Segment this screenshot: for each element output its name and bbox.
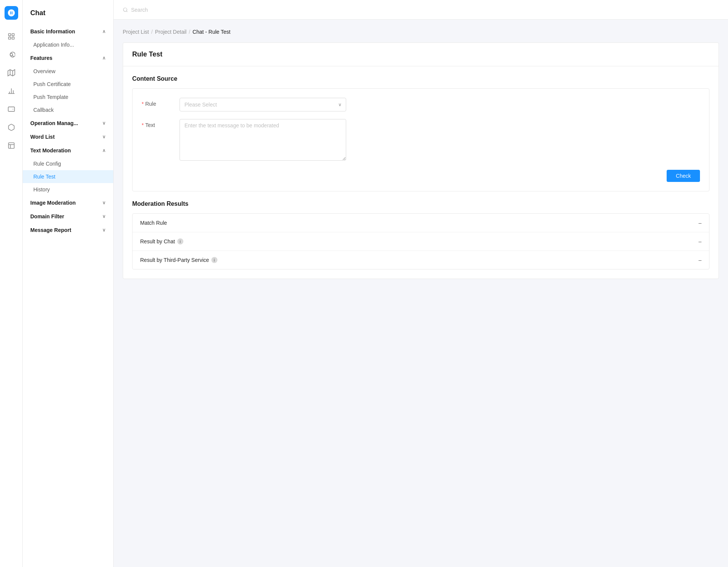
page-card-body: Content Source * Rule Please Select — [123, 66, 719, 279]
sidebar-item-rule-test[interactable]: Rule Test — [23, 170, 113, 183]
nav-chart-icon[interactable] — [4, 83, 19, 99]
svg-rect-12 — [8, 107, 14, 111]
rule-select-wrapper: Please Select — [180, 98, 346, 111]
form-actions: Check — [142, 170, 700, 182]
breadcrumb-separator-1: / — [151, 29, 153, 35]
form-card: * Rule Please Select — [132, 88, 709, 191]
result-third-party-label: Result by Third-Party Service i — [140, 257, 698, 263]
results-table: Match Rule – Result by Chat i – — [132, 213, 709, 269]
nav-at-icon[interactable] — [4, 47, 19, 62]
result-chat-value: – — [698, 238, 701, 244]
text-label: * Text — [142, 119, 172, 128]
sidebar-section-wordlist[interactable]: Word List ∨ — [23, 130, 113, 144]
svg-line-17 — [127, 11, 128, 12]
breadcrumb: Project List / Project Detail / Chat - R… — [123, 29, 719, 35]
sidebar-section-domain-filter[interactable]: Domain Filter ∨ — [23, 210, 113, 223]
svg-rect-1 — [12, 34, 14, 36]
sidebar-item-callback[interactable]: Callback — [23, 103, 113, 116]
svg-rect-3 — [12, 37, 14, 39]
sidebar-item-push-template[interactable]: Push Template — [23, 91, 113, 103]
chevron-down-icon-image-mod: ∨ — [102, 200, 106, 205]
top-bar: Search — [114, 0, 728, 20]
sidebar-section-text-mod[interactable]: Text Moderation ∧ — [23, 144, 113, 157]
nav-map-icon[interactable] — [4, 65, 19, 80]
nav-box-icon[interactable] — [4, 120, 19, 135]
chevron-up-icon: ∧ — [102, 29, 106, 34]
chevron-down-icon-domain: ∨ — [102, 214, 106, 219]
sidebar-item-push-certificate[interactable]: Push Certificate — [23, 78, 113, 91]
breadcrumb-current: Chat - Rule Test — [192, 29, 230, 35]
nav-wallet-icon[interactable] — [4, 102, 19, 117]
result-third-party-info-icon[interactable]: i — [211, 257, 217, 263]
results-row-result-chat: Result by Chat i – — [133, 232, 709, 251]
svg-point-16 — [123, 8, 127, 11]
sidebar-section-features[interactable]: Features ∧ — [23, 51, 113, 65]
sidebar-item-overview[interactable]: Overview — [23, 65, 113, 78]
page-card-header: Rule Test — [123, 43, 719, 66]
rule-select[interactable]: Please Select — [180, 98, 346, 111]
svg-rect-2 — [8, 37, 11, 39]
search-wrapper[interactable]: Search — [123, 7, 148, 13]
text-form-row: * Text — [142, 119, 700, 162]
svg-rect-13 — [8, 143, 14, 149]
chevron-up-icon-text-mod: ∧ — [102, 148, 106, 153]
nav-layout-icon[interactable] — [4, 138, 19, 153]
sidebar-section-message-report[interactable]: Message Report ∨ — [23, 223, 113, 237]
sidebar-item-rule-config[interactable]: Rule Config — [23, 157, 113, 170]
result-chat-label: Result by Chat i — [140, 238, 698, 244]
sidebar-item-app-info[interactable]: Application Info... — [23, 38, 113, 51]
logo-icon — [7, 9, 16, 17]
main-area: Search Project List / Project Detail / C… — [114, 0, 728, 567]
text-required-star: * — [142, 122, 144, 128]
match-rule-label: Match Rule — [140, 220, 698, 226]
search-placeholder: Search — [131, 7, 148, 13]
breadcrumb-project-detail[interactable]: Project Detail — [155, 29, 186, 35]
search-icon — [123, 7, 128, 13]
svg-rect-0 — [8, 34, 11, 36]
sidebar-section-image-mod[interactable]: Image Moderation ∨ — [23, 196, 113, 210]
rule-required-star: * — [142, 101, 144, 107]
chevron-down-icon-operation: ∨ — [102, 121, 106, 126]
chevron-down-icon-wordlist: ∨ — [102, 134, 106, 139]
sidebar: Chat Basic Information ∧ Application Inf… — [23, 0, 114, 567]
page-card: Rule Test Content Source * Rule — [123, 42, 719, 279]
page-title: Rule Test — [132, 50, 162, 58]
result-third-party-value: – — [698, 257, 701, 263]
result-chat-info-icon[interactable]: i — [177, 238, 183, 244]
moderation-results-title: Moderation Results — [132, 200, 709, 207]
match-rule-value: – — [698, 220, 701, 226]
sidebar-section-basic-info[interactable]: Basic Information ∧ — [23, 25, 113, 38]
text-control — [180, 119, 346, 162]
results-row-match-rule: Match Rule – — [133, 214, 709, 232]
rule-control: Please Select — [180, 98, 346, 111]
results-row-result-third-party: Result by Third-Party Service i – — [133, 251, 709, 269]
breadcrumb-separator-2: / — [189, 29, 190, 35]
chevron-up-icon-features: ∧ — [102, 55, 106, 61]
content-area: Project List / Project Detail / Chat - R… — [114, 20, 728, 567]
check-button[interactable]: Check — [667, 170, 700, 182]
app-logo[interactable] — [5, 6, 18, 20]
rule-form-row: * Rule Please Select — [142, 98, 700, 111]
content-source-title: Content Source — [132, 75, 709, 82]
sidebar-title: Chat — [23, 6, 113, 25]
icon-bar — [0, 0, 23, 567]
svg-marker-5 — [8, 70, 14, 76]
nav-dashboard-icon[interactable] — [4, 29, 19, 44]
sidebar-section-operation[interactable]: Operation Manag... ∨ — [23, 116, 113, 130]
sidebar-item-history[interactable]: History — [23, 183, 113, 196]
rule-label: * Rule — [142, 98, 172, 107]
breadcrumb-project-list[interactable]: Project List — [123, 29, 149, 35]
text-textarea[interactable] — [180, 119, 346, 161]
chevron-down-icon-message-report: ∨ — [102, 227, 106, 233]
